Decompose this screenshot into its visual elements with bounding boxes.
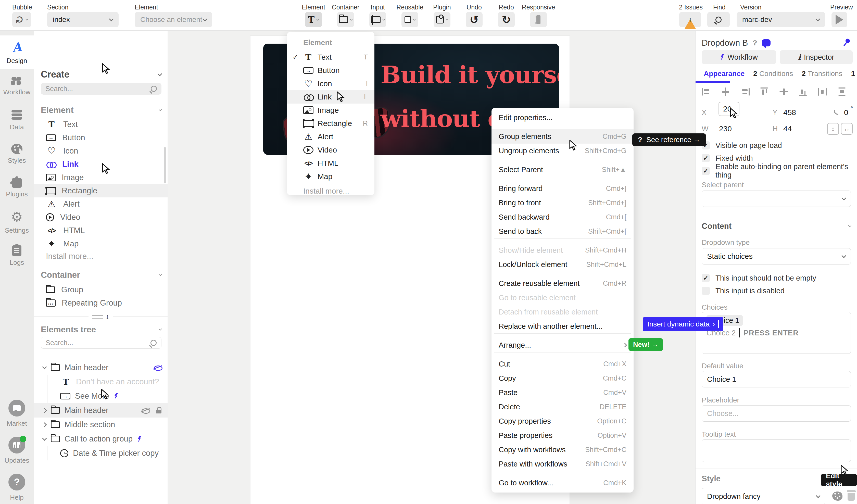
checkbox-row[interactable]: ✓ This input is disabled [702, 284, 851, 297]
context-menu-item[interactable]: Edit properties... [491, 111, 634, 125]
context-menu-item[interactable]: Ungroup elements Shift+Cmd+G [491, 144, 634, 158]
palette-element-item[interactable]: Image [34, 171, 168, 184]
bubble-logo-button[interactable] [12, 12, 31, 27]
toolbar-button[interactable]: Container [337, 0, 354, 31]
element-menu-item[interactable]: ✓ Icon I [287, 77, 374, 90]
context-menu-item[interactable]: Send to back Shift+Cmd+[ [491, 224, 634, 238]
checkbox[interactable]: ✓ [702, 167, 710, 175]
sidebar-item[interactable]: Plugins [0, 171, 34, 205]
element-menu-item[interactable]: ✓ Map [287, 170, 374, 183]
toolbar-button[interactable]: Responsive [530, 0, 547, 31]
sidebar-item[interactable]: Market [0, 400, 34, 427]
delete-style-icon[interactable] [847, 491, 856, 501]
align-left-icon[interactable] [702, 87, 711, 96]
elements-tree-header[interactable]: Elements tree [41, 325, 162, 334]
twisty-chevron-icon[interactable] [42, 408, 47, 413]
distribute-v-icon[interactable] [837, 87, 846, 96]
element-menu-item[interactable]: ✓ Text T [287, 50, 374, 64]
eye-off-icon[interactable] [141, 407, 150, 414]
element-menu-item[interactable]: ✓ Rectangle R [287, 117, 374, 130]
context-menu-item[interactable]: Lock/Unlock element Shift+Cmd+L [491, 257, 634, 272]
align-top-icon[interactable] [760, 87, 769, 96]
toolbar-button[interactable]: Undo [466, 0, 483, 31]
tree-row[interactable]: Middle section [34, 418, 168, 432]
palette-element-item[interactable]: Map [34, 237, 168, 250]
context-menu-item[interactable]: Cut Cmd+X [491, 357, 634, 371]
context-menu-item[interactable]: Replace with another element... [491, 319, 634, 333]
context-menu-item[interactable]: Delete DELETE [491, 400, 634, 414]
palette-element-item[interactable]: Rectangle [34, 184, 168, 197]
toolbar-button[interactable]: Reusable [401, 0, 418, 31]
sidebar-item[interactable]: Workflow [0, 69, 34, 103]
twisty-chevron-icon[interactable] [42, 436, 47, 440]
checkbox-row[interactable]: ✓ Enable auto-binding on parent element’… [702, 165, 851, 177]
install-more-link[interactable]: Install more... [46, 252, 93, 261]
align-bottom-icon[interactable] [799, 87, 808, 96]
context-menu-item[interactable]: Group elements Cmd+G [491, 129, 634, 144]
context-menu-item[interactable]: Bring forward Cmd+] [491, 181, 634, 196]
pin-icon[interactable] [840, 36, 853, 50]
dropdown-type-select[interactable]: Static choices [702, 248, 851, 265]
workflow-button[interactable]: Workflow [702, 50, 776, 64]
content-section-header[interactable]: Content [702, 222, 851, 231]
left-panel-scrollbar[interactable] [164, 147, 166, 183]
element-menu-item[interactable]: ✓ Link L [287, 90, 374, 103]
insert-dynamic-data-button[interactable]: Insert dynamic data › [643, 317, 723, 331]
align-center-v-icon[interactable] [779, 87, 788, 96]
toolbar-button[interactable]: Plugin [434, 0, 450, 31]
tree-row[interactable]: Date & Time picker copy [34, 446, 168, 460]
edit-style-palette-icon[interactable] [832, 491, 842, 501]
checkbox-row[interactable]: ✓ This input should not be empty [702, 272, 851, 284]
tree-row[interactable]: Call to action group [34, 432, 168, 446]
context-menu-item[interactable]: Show/Hide element Shift+Cmd+H [491, 243, 634, 257]
checkbox-row[interactable]: ✓ Visible on page load [702, 139, 851, 152]
context-menu-item[interactable]: Copy properties Option+C [491, 414, 634, 428]
context-menu-item[interactable]: Paste with workflows Shift+Cmd+V [491, 457, 634, 471]
preview-button[interactable] [831, 12, 847, 27]
toolbar-button[interactable]: Element [305, 0, 322, 31]
element-select[interactable]: Choose an element [135, 12, 212, 27]
container-section-header[interactable]: Container [41, 270, 162, 280]
sidebar-item[interactable]: Updates [0, 437, 34, 465]
panel-tab[interactable]: 1 States [851, 70, 857, 78]
sidebar-item[interactable]: Styles [0, 137, 34, 171]
h-value[interactable]: 44 [783, 124, 792, 133]
select-parent-dropdown[interactable] [702, 190, 851, 207]
context-menu-item[interactable]: Select Parent Shift+▲ [491, 163, 634, 177]
sidebar-item[interactable]: Design [0, 35, 34, 69]
help-icon[interactable]: ? [753, 38, 757, 47]
panel-tab[interactable]: 2 Conditions [753, 70, 793, 78]
context-menu-item[interactable]: Arrange... [491, 338, 634, 352]
tree-row[interactable]: Main header [34, 403, 168, 418]
fix-height-button[interactable]: ↕ [827, 123, 839, 135]
context-menu-item[interactable]: Send backward Cmd+[ [491, 210, 634, 224]
align-center-h-icon[interactable] [721, 87, 730, 96]
sidebar-item[interactable]: Help [0, 474, 34, 501]
fix-width-button[interactable]: ↔ [841, 123, 853, 135]
panel-tab[interactable]: Appearance [702, 70, 744, 78]
context-menu-item[interactable]: Copy with workflows Shift+Cmd+C [491, 442, 634, 457]
install-more-link[interactable]: Install more... [287, 183, 374, 195]
issues-button[interactable]: ! [679, 12, 701, 27]
inspector-button[interactable]: i Inspector [780, 50, 853, 64]
checkbox[interactable]: ✓ [702, 154, 710, 162]
create-search-input[interactable]: Search... [41, 83, 162, 95]
twisty-chevron-icon[interactable] [42, 422, 47, 427]
palette-element-item[interactable]: Video [34, 211, 168, 224]
find-button[interactable] [707, 12, 730, 27]
sidebar-item[interactable]: Settings [0, 205, 34, 239]
distribute-h-icon[interactable] [818, 87, 827, 96]
tree-search-input[interactable]: Search... [41, 337, 162, 349]
palette-element-item[interactable]: Link [34, 158, 168, 171]
context-menu-item[interactable]: Copy Cmd+C [491, 371, 634, 385]
style-select[interactable]: Dropdown fancy [702, 488, 825, 504]
section-select[interactable]: index [47, 12, 119, 27]
create-section-header[interactable]: Create [41, 69, 162, 80]
toolbar-button[interactable]: Redo [498, 0, 515, 31]
tree-row[interactable]: Main header [34, 360, 168, 375]
sidebar-item[interactable]: Logs [0, 239, 34, 273]
tooltip-text-input[interactable] [702, 439, 851, 462]
sidebar-item[interactable]: Data [0, 103, 34, 137]
context-menu-item[interactable]: Go to reusable element [491, 290, 634, 305]
element-menu-item[interactable]: ✓ Image [287, 103, 374, 117]
